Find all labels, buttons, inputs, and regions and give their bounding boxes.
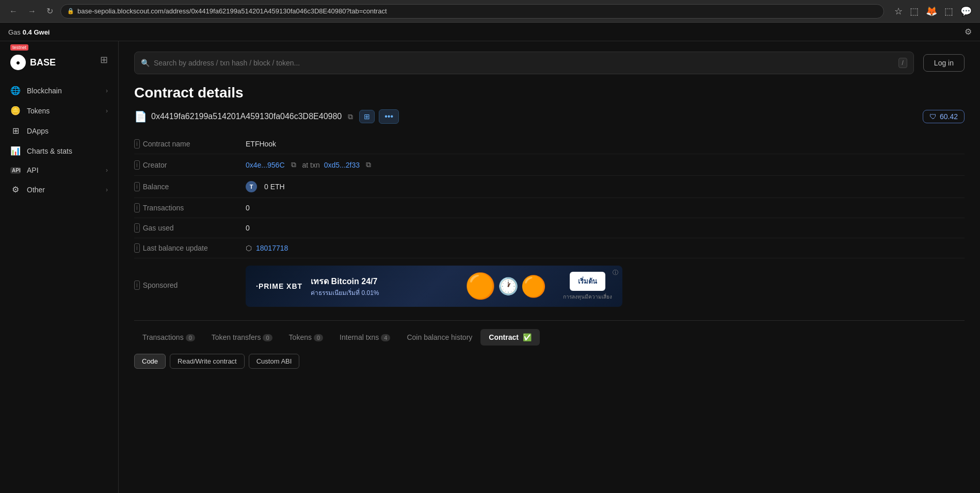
clock-icon: 🕐 bbox=[498, 276, 519, 296]
star-button[interactable]: ☆ bbox=[892, 5, 905, 18]
url-bar[interactable]: 🔒 base-sepolia.blockscout.com/address/0x… bbox=[60, 4, 884, 19]
ad-banner[interactable]: ⓘ ·PRIME XBT เทรด Bitcoin 24/7 ค่าธรรมเน… bbox=[246, 266, 622, 307]
sidebar-item-tokens[interactable]: 🪙 Tokens › bbox=[0, 101, 118, 121]
ad-content: ·PRIME XBT เทรด Bitcoin 24/7 ค่าธรรมเนีย… bbox=[246, 272, 622, 301]
info-icon: i bbox=[134, 243, 140, 253]
ext2-button[interactable]: 🦊 bbox=[924, 5, 939, 18]
gas-value: 0.4 Gwei bbox=[23, 28, 50, 36]
last-balance-update-row: i Last balance update ⬡ 18017718 bbox=[134, 238, 965, 258]
grid-icon[interactable]: ⊞ bbox=[100, 54, 108, 65]
sidebar-item-other[interactable]: ⚙ Other › bbox=[0, 179, 118, 200]
api-icon: API bbox=[10, 167, 21, 174]
search-input[interactable] bbox=[154, 59, 894, 67]
testnet-badge: testnet bbox=[10, 44, 28, 51]
back-button[interactable]: ← bbox=[6, 5, 21, 18]
qr-icon: ⊞ bbox=[364, 112, 370, 121]
sponsored-row: i Sponsored ⓘ ·PRIME XBT เทรด Bitcoin 24… bbox=[134, 258, 965, 312]
sidebar-item-charts[interactable]: 📊 Charts & stats bbox=[0, 141, 118, 161]
forward-button[interactable]: → bbox=[25, 5, 39, 18]
settings-icon[interactable]: ⚙ bbox=[965, 27, 972, 37]
creator-label: i Creator bbox=[134, 160, 237, 170]
search-bar[interactable]: 🔍 / bbox=[134, 52, 914, 74]
gas-used-row: i Gas used 0 bbox=[134, 218, 965, 238]
tabs-row: Transactions0 Token transfers0 Tokens0 I… bbox=[134, 320, 965, 346]
contract-name-label: i Contract name bbox=[134, 139, 237, 149]
sidebar-item-dapps[interactable]: ⊞ DApps bbox=[0, 121, 118, 141]
gas-label: Gas bbox=[8, 28, 21, 36]
logo-wrapper: testnet ● BASE bbox=[10, 50, 56, 70]
transactions-row: i Transactions 0 bbox=[134, 198, 965, 218]
creator-address-link[interactable]: 0x4e...956C bbox=[246, 161, 285, 169]
info-icon: i bbox=[134, 223, 140, 233]
score-value: 60.42 bbox=[940, 112, 958, 121]
ad-logo: ·PRIME XBT bbox=[256, 282, 302, 290]
tab-token-transfers[interactable]: Token transfers0 bbox=[203, 329, 281, 346]
ext3-button[interactable]: ⬚ bbox=[942, 5, 955, 18]
tab-transactions[interactable]: Transactions0 bbox=[134, 329, 203, 346]
refresh-button[interactable]: ↻ bbox=[43, 4, 56, 18]
tab-contract[interactable]: Contract ✅ bbox=[480, 329, 539, 346]
sidebar-item-label: API bbox=[27, 166, 100, 174]
contract-details: i Contract name ETFHook i Creator 0x4e..… bbox=[134, 134, 965, 312]
sidebar-item-blockchain[interactable]: 🌐 Blockchain › bbox=[0, 80, 118, 101]
ad-info-icon[interactable]: ⓘ bbox=[613, 269, 618, 276]
sidebar-item-label: Blockchain bbox=[27, 87, 100, 95]
tab-tokens[interactable]: Tokens0 bbox=[281, 329, 331, 346]
sub-tab-read-write[interactable]: Read/Write contract bbox=[170, 354, 245, 369]
dapps-icon: ⊞ bbox=[10, 126, 21, 136]
main-content: 🔍 / Log in Contract details 📄 0x4419fa62… bbox=[119, 41, 980, 493]
page-title: Contract details bbox=[134, 85, 965, 101]
chevron-right-icon: › bbox=[106, 186, 108, 193]
creator-txn-link[interactable]: 0xd5...2f33 bbox=[324, 161, 360, 169]
sidebar-item-api[interactable]: API API › bbox=[0, 161, 118, 179]
ext1-button[interactable]: ⬚ bbox=[908, 5, 921, 18]
tab-internal-txns[interactable]: Internal txns4 bbox=[331, 329, 398, 346]
verified-icon: ✅ bbox=[523, 333, 532, 341]
token-icon: T bbox=[246, 181, 257, 192]
login-button[interactable]: Log in bbox=[923, 54, 965, 72]
blockchain-icon: 🌐 bbox=[10, 86, 21, 95]
info-icon: i bbox=[134, 182, 140, 191]
logo-text: BASE bbox=[30, 57, 56, 68]
ad-cta-button[interactable]: เริ่มต้น bbox=[570, 272, 605, 291]
app-container: testnet ● BASE ⊞ 🌐 Blockchain › 🪙 Tokens… bbox=[0, 41, 980, 493]
tab-coin-balance[interactable]: Coin balance history bbox=[398, 329, 480, 346]
info-icon: i bbox=[134, 139, 140, 149]
qr-code-button[interactable]: ⊞ bbox=[359, 110, 375, 123]
address-row: 📄 0x4419fa62199a514201A459130fa046c3D8E4… bbox=[134, 109, 965, 124]
sidebar-item-label: Other bbox=[27, 186, 100, 194]
browser-action-buttons: ☆ ⬚ 🦊 ⬚ 💬 bbox=[892, 5, 974, 18]
sub-tab-custom-abi[interactable]: Custom ABI bbox=[249, 354, 300, 369]
ad-text: เทรด Bitcoin 24/7 ค่าธรรมเนียมเริ่มที่ 0… bbox=[311, 275, 379, 298]
ad-cta-area: เริ่มต้น การลงทุนมีความเสี่ยง bbox=[563, 272, 612, 301]
transactions-label: i Transactions bbox=[134, 203, 237, 212]
top-bar: 🔍 / Log in bbox=[134, 52, 965, 74]
other-icon: ⚙ bbox=[10, 185, 21, 194]
copy-creator-button[interactable]: ⧉ bbox=[289, 159, 298, 170]
charts-icon: 📊 bbox=[10, 146, 21, 156]
contract-address: 0x4419fa62199a514201A459130fa046c3D8E409… bbox=[151, 112, 342, 121]
logo-icon: ● bbox=[10, 55, 26, 70]
tab-badge: 0 bbox=[186, 334, 195, 341]
tab-badge: 4 bbox=[381, 334, 390, 341]
gas-used-label: i Gas used bbox=[134, 223, 237, 233]
chevron-right-icon: › bbox=[106, 107, 108, 114]
copy-txn-button[interactable]: ⧉ bbox=[364, 159, 373, 170]
more-options-button[interactable]: ••• bbox=[379, 109, 399, 124]
balance-value: T 0 ETH bbox=[246, 181, 965, 192]
shield-icon: 🛡 bbox=[929, 112, 937, 121]
ext4-button[interactable]: 💬 bbox=[958, 5, 974, 18]
info-icon: i bbox=[134, 281, 140, 290]
bitcoin-icon-2: 🟠 bbox=[521, 274, 547, 299]
transactions-value: 0 bbox=[246, 204, 965, 212]
gas-used-value: 0 bbox=[246, 224, 965, 232]
info-icon: i bbox=[134, 160, 140, 170]
last-balance-update-label: i Last balance update bbox=[134, 243, 237, 253]
creator-value: 0x4e...956C ⧉ at txn 0xd5...2f33 ⧉ bbox=[246, 159, 965, 170]
copy-address-button[interactable]: ⧉ bbox=[346, 111, 355, 122]
block-number-link[interactable]: 18017718 bbox=[256, 244, 288, 252]
sub-tab-code[interactable]: Code bbox=[134, 354, 166, 369]
sidebar-item-label: DApps bbox=[27, 127, 108, 135]
sponsored-value: ⓘ ·PRIME XBT เทรด Bitcoin 24/7 ค่าธรรมเน… bbox=[246, 264, 965, 307]
ad-subtitle: ค่าธรรมเนียมเริ่มที่ 0.01% bbox=[311, 288, 379, 298]
